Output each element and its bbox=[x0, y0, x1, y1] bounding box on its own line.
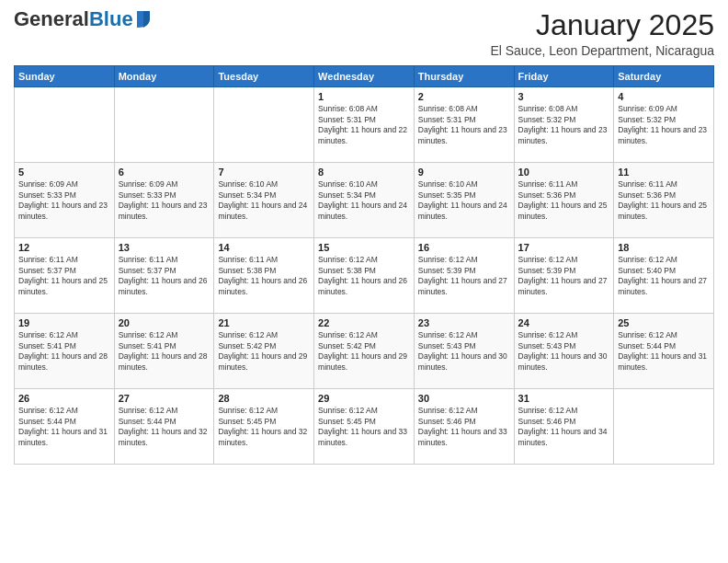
day-info: Sunrise: 6:11 AM Sunset: 5:38 PM Dayligh… bbox=[218, 255, 310, 297]
day-info: Sunrise: 6:12 AM Sunset: 5:39 PM Dayligh… bbox=[418, 255, 510, 297]
day-info: Sunrise: 6:09 AM Sunset: 5:33 PM Dayligh… bbox=[119, 179, 210, 222]
day-number: 22 bbox=[318, 317, 410, 328]
page: GeneralBlue January 2025 El Sauce, Leon … bbox=[0, 0, 728, 563]
day-number: 26 bbox=[18, 393, 110, 404]
day-cell: 12Sunrise: 6:11 AM Sunset: 5:37 PM Dayli… bbox=[15, 238, 115, 314]
day-number: 9 bbox=[418, 167, 510, 178]
title-block: January 2025 El Sauce, Leon Department, … bbox=[490, 9, 714, 58]
weekday-header-friday: Friday bbox=[514, 66, 614, 87]
day-number: 15 bbox=[318, 242, 410, 253]
day-cell: 27Sunrise: 6:12 AM Sunset: 5:44 PM Dayli… bbox=[114, 389, 214, 465]
day-info: Sunrise: 6:12 AM Sunset: 5:38 PM Dayligh… bbox=[318, 255, 410, 297]
day-info: Sunrise: 6:11 AM Sunset: 5:36 PM Dayligh… bbox=[618, 179, 710, 222]
day-number: 21 bbox=[218, 317, 310, 328]
weekday-header-saturday: Saturday bbox=[614, 66, 714, 87]
day-number: 16 bbox=[418, 242, 510, 253]
day-info: Sunrise: 6:08 AM Sunset: 5:32 PM Dayligh… bbox=[518, 104, 610, 146]
day-number: 8 bbox=[318, 167, 410, 178]
day-cell: 14Sunrise: 6:11 AM Sunset: 5:38 PM Dayli… bbox=[214, 238, 314, 314]
day-cell: 10Sunrise: 6:11 AM Sunset: 5:36 PM Dayli… bbox=[514, 163, 614, 238]
day-info: Sunrise: 6:11 AM Sunset: 5:36 PM Dayligh… bbox=[518, 179, 610, 222]
day-cell: 17Sunrise: 6:12 AM Sunset: 5:39 PM Dayli… bbox=[514, 238, 614, 314]
header: GeneralBlue January 2025 El Sauce, Leon … bbox=[14, 9, 714, 58]
day-number: 11 bbox=[618, 167, 710, 178]
day-cell bbox=[214, 87, 314, 163]
day-number: 20 bbox=[119, 317, 210, 328]
weekday-header-tuesday: Tuesday bbox=[214, 66, 314, 87]
day-cell: 2Sunrise: 6:08 AM Sunset: 5:31 PM Daylig… bbox=[414, 87, 514, 163]
day-info: Sunrise: 6:12 AM Sunset: 5:41 PM Dayligh… bbox=[18, 330, 110, 373]
day-cell bbox=[614, 389, 714, 465]
day-info: Sunrise: 6:12 AM Sunset: 5:42 PM Dayligh… bbox=[318, 330, 410, 373]
day-number: 5 bbox=[18, 167, 110, 178]
week-row-1: 1Sunrise: 6:08 AM Sunset: 5:31 PM Daylig… bbox=[15, 87, 714, 163]
day-number: 1 bbox=[318, 91, 410, 102]
day-info: Sunrise: 6:10 AM Sunset: 5:34 PM Dayligh… bbox=[218, 179, 310, 222]
day-cell: 5Sunrise: 6:09 AM Sunset: 5:33 PM Daylig… bbox=[15, 163, 115, 238]
day-info: Sunrise: 6:12 AM Sunset: 5:46 PM Dayligh… bbox=[418, 406, 510, 448]
day-cell: 19Sunrise: 6:12 AM Sunset: 5:41 PM Dayli… bbox=[15, 314, 115, 389]
day-number: 3 bbox=[518, 91, 610, 102]
day-info: Sunrise: 6:12 AM Sunset: 5:43 PM Dayligh… bbox=[418, 330, 510, 373]
day-info: Sunrise: 6:09 AM Sunset: 5:33 PM Dayligh… bbox=[18, 179, 110, 222]
day-number: 23 bbox=[418, 317, 510, 328]
day-number: 7 bbox=[218, 167, 310, 178]
day-number: 6 bbox=[119, 167, 210, 178]
day-info: Sunrise: 6:12 AM Sunset: 5:43 PM Dayligh… bbox=[518, 330, 610, 373]
day-cell: 20Sunrise: 6:12 AM Sunset: 5:41 PM Dayli… bbox=[114, 314, 214, 389]
day-info: Sunrise: 6:12 AM Sunset: 5:42 PM Dayligh… bbox=[218, 330, 310, 373]
day-cell: 31Sunrise: 6:12 AM Sunset: 5:46 PM Dayli… bbox=[514, 389, 614, 465]
location: El Sauce, Leon Department, Nicaragua bbox=[490, 43, 714, 58]
day-number: 13 bbox=[119, 242, 210, 253]
day-number: 14 bbox=[218, 242, 310, 253]
logo-icon bbox=[135, 9, 152, 29]
day-cell: 13Sunrise: 6:11 AM Sunset: 5:37 PM Dayli… bbox=[114, 238, 214, 314]
day-number: 30 bbox=[418, 393, 510, 404]
day-info: Sunrise: 6:12 AM Sunset: 5:45 PM Dayligh… bbox=[318, 406, 410, 448]
day-number: 28 bbox=[218, 393, 310, 404]
week-row-4: 19Sunrise: 6:12 AM Sunset: 5:41 PM Dayli… bbox=[15, 314, 714, 389]
day-cell: 26Sunrise: 6:12 AM Sunset: 5:44 PM Dayli… bbox=[15, 389, 115, 465]
day-info: Sunrise: 6:10 AM Sunset: 5:34 PM Dayligh… bbox=[318, 179, 410, 222]
day-info: Sunrise: 6:10 AM Sunset: 5:35 PM Dayligh… bbox=[418, 179, 510, 222]
day-number: 25 bbox=[618, 317, 710, 328]
day-cell: 24Sunrise: 6:12 AM Sunset: 5:43 PM Dayli… bbox=[514, 314, 614, 389]
day-info: Sunrise: 6:09 AM Sunset: 5:32 PM Dayligh… bbox=[618, 104, 710, 146]
day-cell: 6Sunrise: 6:09 AM Sunset: 5:33 PM Daylig… bbox=[114, 163, 214, 238]
day-number: 19 bbox=[18, 317, 110, 328]
day-number: 24 bbox=[518, 317, 610, 328]
weekday-header-row: SundayMondayTuesdayWednesdayThursdayFrid… bbox=[15, 66, 714, 87]
day-cell: 7Sunrise: 6:10 AM Sunset: 5:34 PM Daylig… bbox=[214, 163, 314, 238]
day-cell: 4Sunrise: 6:09 AM Sunset: 5:32 PM Daylig… bbox=[614, 87, 714, 163]
day-cell bbox=[15, 87, 115, 163]
day-number: 18 bbox=[618, 242, 710, 253]
day-cell: 21Sunrise: 6:12 AM Sunset: 5:42 PM Dayli… bbox=[214, 314, 314, 389]
day-cell: 9Sunrise: 6:10 AM Sunset: 5:35 PM Daylig… bbox=[414, 163, 514, 238]
day-cell: 29Sunrise: 6:12 AM Sunset: 5:45 PM Dayli… bbox=[314, 389, 415, 465]
month-title: January 2025 bbox=[490, 9, 714, 41]
logo-general-text: General bbox=[14, 7, 89, 30]
weekday-header-thursday: Thursday bbox=[414, 66, 514, 87]
day-info: Sunrise: 6:11 AM Sunset: 5:37 PM Dayligh… bbox=[119, 255, 210, 297]
day-cell: 30Sunrise: 6:12 AM Sunset: 5:46 PM Dayli… bbox=[414, 389, 514, 465]
day-cell: 1Sunrise: 6:08 AM Sunset: 5:31 PM Daylig… bbox=[314, 87, 415, 163]
day-cell: 16Sunrise: 6:12 AM Sunset: 5:39 PM Dayli… bbox=[414, 238, 514, 314]
weekday-header-monday: Monday bbox=[114, 66, 214, 87]
day-info: Sunrise: 6:12 AM Sunset: 5:44 PM Dayligh… bbox=[18, 406, 110, 448]
day-info: Sunrise: 6:12 AM Sunset: 5:39 PM Dayligh… bbox=[518, 255, 610, 297]
day-cell: 3Sunrise: 6:08 AM Sunset: 5:32 PM Daylig… bbox=[514, 87, 614, 163]
weekday-header-sunday: Sunday bbox=[15, 66, 115, 87]
day-cell bbox=[114, 87, 214, 163]
day-info: Sunrise: 6:12 AM Sunset: 5:44 PM Dayligh… bbox=[119, 406, 210, 448]
day-info: Sunrise: 6:08 AM Sunset: 5:31 PM Dayligh… bbox=[418, 104, 510, 146]
day-number: 2 bbox=[418, 91, 510, 102]
day-info: Sunrise: 6:11 AM Sunset: 5:37 PM Dayligh… bbox=[18, 255, 110, 297]
day-number: 12 bbox=[18, 242, 110, 253]
day-cell: 28Sunrise: 6:12 AM Sunset: 5:45 PM Dayli… bbox=[214, 389, 314, 465]
day-number: 17 bbox=[518, 242, 610, 253]
day-info: Sunrise: 6:12 AM Sunset: 5:46 PM Dayligh… bbox=[518, 406, 610, 448]
day-number: 10 bbox=[518, 167, 610, 178]
day-info: Sunrise: 6:12 AM Sunset: 5:44 PM Dayligh… bbox=[618, 330, 710, 373]
day-info: Sunrise: 6:12 AM Sunset: 5:41 PM Dayligh… bbox=[119, 330, 210, 373]
day-info: Sunrise: 6:12 AM Sunset: 5:45 PM Dayligh… bbox=[218, 406, 310, 448]
